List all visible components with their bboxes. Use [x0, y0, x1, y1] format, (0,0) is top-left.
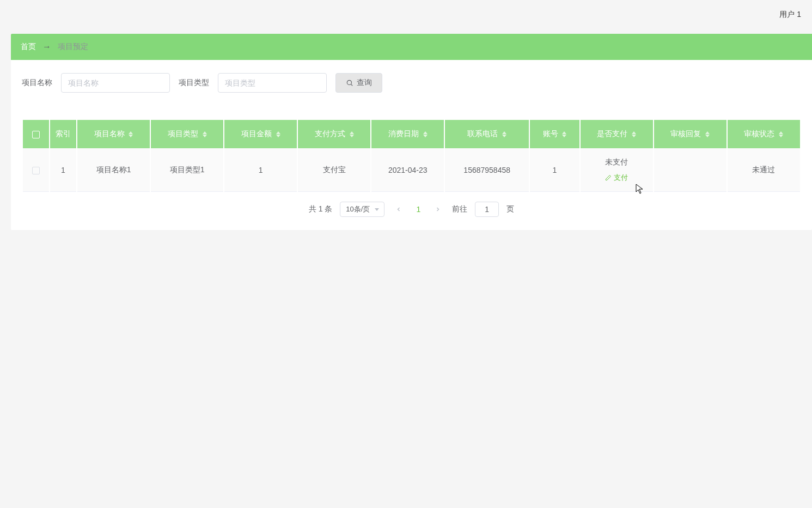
cell-paystatus: 未支付 支付 — [581, 148, 653, 192]
next-page-button[interactable] — [431, 206, 444, 213]
table-row: 1 项目名称1 项目类型1 1 支付宝 2021-04-23 156879584… — [23, 148, 800, 192]
jump-page-input[interactable] — [475, 202, 499, 217]
search-button[interactable]: 查询 — [335, 73, 382, 93]
col-date[interactable]: 消费日期 — [371, 120, 444, 148]
breadcrumb: 首页 → 项目预定 — [11, 34, 812, 60]
col-paystatus[interactable]: 是否支付 — [581, 120, 653, 148]
select-all-checkbox[interactable] — [32, 131, 40, 138]
jump-prefix: 前往 — [452, 204, 467, 214]
table-header-row: 索引 项目名称 项目类型 项目金额 — [23, 120, 800, 148]
breadcrumb-home[interactable]: 首页 — [21, 42, 36, 52]
prev-page-button[interactable] — [392, 206, 405, 213]
jump-suffix: 页 — [506, 204, 514, 214]
svg-point-0 — [347, 80, 351, 84]
col-amount[interactable]: 项目金额 — [224, 120, 297, 148]
cell-date: 2021-04-23 — [371, 148, 444, 192]
sort-icon[interactable] — [423, 131, 428, 137]
col-index[interactable]: 索引 — [50, 120, 76, 148]
sort-icon[interactable] — [705, 131, 710, 137]
chevron-left-icon — [395, 206, 402, 213]
col-phone[interactable]: 联系电话 — [445, 120, 529, 148]
col-paymethod[interactable]: 支付方式 — [298, 120, 370, 148]
cell-paymethod: 支付宝 — [298, 148, 370, 192]
cell-phone: 15687958458 — [445, 148, 529, 192]
col-reviewstatus[interactable]: 审核状态 — [728, 120, 800, 148]
content-card: 项目名称 项目类型 查询 索引 — [11, 60, 812, 230]
header-checkbox-col — [23, 120, 49, 148]
project-type-input[interactable] — [218, 73, 327, 93]
page-size-select[interactable]: 10条/页 — [340, 202, 384, 217]
user-info[interactable]: 用户 1 — [779, 10, 801, 20]
sort-icon[interactable] — [562, 131, 566, 137]
sort-icon[interactable] — [350, 131, 354, 137]
breadcrumb-current: 项目预定 — [58, 42, 88, 52]
search-button-label: 查询 — [357, 78, 372, 88]
search-name-label: 项目名称 — [22, 78, 52, 88]
sort-icon[interactable] — [502, 131, 506, 137]
sort-icon[interactable] — [632, 131, 636, 137]
pagination: 共 1 条 10条/页 1 前往 页 — [22, 202, 801, 217]
row-checkbox[interactable] — [32, 167, 40, 174]
col-reply[interactable]: 审核回复 — [654, 120, 726, 148]
sort-icon[interactable] — [203, 131, 207, 137]
pay-action-link[interactable]: 支付 — [605, 173, 628, 183]
search-bar: 项目名称 项目类型 查询 — [22, 73, 801, 93]
main-area: 首页 → 项目预定 项目名称 项目类型 查询 — [11, 34, 812, 230]
cell-name: 项目名称1 — [77, 148, 150, 192]
cell-amount: 1 — [224, 148, 297, 192]
search-icon — [346, 79, 353, 87]
arrow-right-icon: → — [42, 42, 51, 52]
project-name-input[interactable] — [61, 73, 170, 93]
col-type[interactable]: 项目类型 — [151, 120, 223, 148]
cell-reviewstatus: 未通过 — [728, 148, 800, 192]
pagination-total: 共 1 条 — [309, 204, 333, 214]
sort-icon[interactable] — [276, 131, 280, 137]
search-type-label: 项目类型 — [179, 78, 209, 88]
cell-index: 1 — [50, 148, 76, 192]
svg-line-1 — [351, 84, 352, 86]
sort-icon[interactable] — [779, 131, 783, 137]
cell-reply — [654, 148, 726, 192]
cell-type: 项目类型1 — [151, 148, 223, 192]
col-name[interactable]: 项目名称 — [77, 120, 150, 148]
col-account[interactable]: 账号 — [530, 120, 579, 148]
chevron-right-icon — [435, 206, 441, 213]
pay-status-text: 未支付 — [605, 158, 628, 167]
sort-icon[interactable] — [129, 131, 133, 137]
data-table: 索引 项目名称 项目类型 项目金额 — [22, 120, 801, 192]
page-number-1[interactable]: 1 — [413, 205, 424, 214]
edit-icon — [605, 174, 612, 181]
row-checkbox-cell — [23, 148, 49, 192]
cell-account: 1 — [530, 148, 579, 192]
